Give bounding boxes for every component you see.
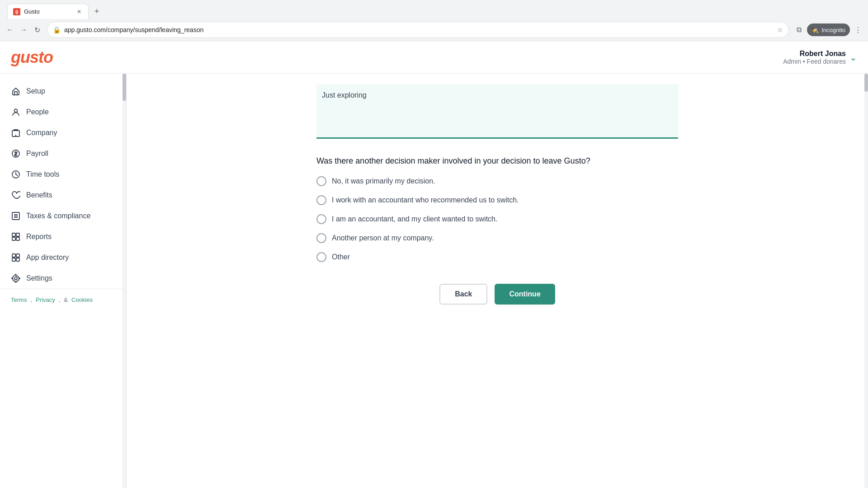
circle-dollar-icon <box>11 149 21 159</box>
browser-chrome: g Gusto ✕ + ← → ↻ 🔒 app.gusto.com/compan… <box>0 0 868 41</box>
back-button[interactable]: Back <box>439 284 487 305</box>
radio-input-5 <box>316 252 326 262</box>
sidebar-item-company[interactable]: Company <box>0 122 126 143</box>
reason-textarea[interactable] <box>316 84 678 139</box>
sidebar-item-benefits[interactable]: Benefits <box>0 185 126 206</box>
sidebar-item-settings[interactable]: Settings <box>0 268 126 289</box>
svg-rect-15 <box>16 233 19 236</box>
forward-button[interactable]: → <box>17 23 30 36</box>
tab-favicon: g <box>13 8 20 15</box>
user-info: Robert Jonas Admin • Feed donares <box>783 50 846 65</box>
address-bar[interactable]: 🔒 app.gusto.com/company/suspend/leaving_… <box>47 22 789 38</box>
sidebar-item-payroll-label: Payroll <box>26 150 48 158</box>
svg-rect-14 <box>12 233 15 236</box>
incognito-icon: 🕵 <box>811 27 819 33</box>
sidebar-item-benefits-label: Benefits <box>26 191 52 199</box>
sidebar-item-people[interactable]: People <box>0 102 126 122</box>
chevron-down-icon: ⌄ <box>849 52 857 63</box>
privacy-link[interactable]: Privacy <box>36 296 55 303</box>
button-row: Back Continue <box>316 284 678 323</box>
tab-bar: g Gusto ✕ + <box>0 0 868 19</box>
footer-and: & <box>64 296 68 303</box>
person-icon <box>11 107 21 117</box>
sidebar-item-taxes-label: Taxes & compliance <box>26 212 90 220</box>
refresh-button[interactable]: ↻ <box>31 23 43 36</box>
cookies-link[interactable]: Cookies <box>71 296 93 303</box>
svg-rect-18 <box>12 258 15 261</box>
svg-rect-21 <box>16 254 19 257</box>
sidebar-item-setup[interactable]: Setup <box>0 81 126 102</box>
sidebar-item-setup-label: Setup <box>26 87 45 95</box>
sidebar-item-reports-label: Reports <box>26 233 52 241</box>
user-role: Admin • Feed donares <box>783 58 846 65</box>
radio-input-2 <box>316 195 326 205</box>
svg-point-22 <box>14 277 17 280</box>
sidebar-item-app-directory-label: App directory <box>26 253 69 262</box>
terms-link[interactable]: Terms <box>11 296 27 303</box>
building-icon <box>11 128 21 138</box>
star-icon: ☆ <box>777 26 783 33</box>
sidebar-item-payroll[interactable]: Payroll <box>0 143 126 164</box>
radio-label-1: No, it was primarily my decision. <box>332 177 435 185</box>
url-text: app.gusto.com/company/suspend/leaving_re… <box>64 26 774 33</box>
list-icon <box>11 211 21 221</box>
sidebar-item-app-directory[interactable]: App directory <box>0 247 126 268</box>
grid-icon <box>11 253 21 263</box>
incognito-label: Incognito <box>821 27 845 33</box>
main-scrollthumb[interactable] <box>864 74 868 92</box>
radio-input-1 <box>316 176 326 186</box>
svg-rect-17 <box>16 237 19 240</box>
sidebar-scrolltrack <box>123 74 126 488</box>
footer-sep1: , <box>30 296 32 303</box>
clock-icon <box>11 169 21 179</box>
tab-close-button[interactable]: ✕ <box>75 8 83 15</box>
radio-option-3[interactable]: I am an accountant, and my client wanted… <box>316 214 678 224</box>
heart-icon <box>11 190 21 200</box>
menu-button[interactable]: ⋮ <box>852 23 864 36</box>
app-header: gusto Robert Jonas Admin • Feed donares … <box>0 41 868 74</box>
question-text: Was there another decision maker involve… <box>316 155 678 167</box>
sidebar-item-people-label: People <box>26 108 49 116</box>
radio-option-4[interactable]: Another person at my company. <box>316 233 678 243</box>
svg-point-0 <box>14 109 18 113</box>
radio-input-4 <box>316 233 326 243</box>
app-body: Setup People <box>0 74 868 488</box>
svg-rect-20 <box>12 254 15 257</box>
radio-option-2[interactable]: I work with an accountant who recommende… <box>316 195 678 205</box>
address-bar-row: ← → ↻ 🔒 app.gusto.com/company/suspend/le… <box>0 19 868 41</box>
radio-option-1[interactable]: No, it was primarily my decision. <box>316 176 678 186</box>
radio-label-5: Other <box>332 253 350 261</box>
sidebar-footer: Terms , Privacy , & Cookies <box>0 289 126 310</box>
sidebar-scrollthumb[interactable] <box>123 74 126 101</box>
lock-icon: 🔒 <box>53 26 61 33</box>
svg-rect-19 <box>16 258 19 261</box>
logo: gusto <box>11 48 53 67</box>
gear-icon <box>11 273 21 283</box>
chart-icon <box>11 232 21 242</box>
tab-title: Gusto <box>24 8 72 15</box>
radio-input-3 <box>316 214 326 224</box>
back-button[interactable]: ← <box>4 23 16 36</box>
sidebar-item-time-tools-label: Time tools <box>26 170 59 178</box>
user-name: Robert Jonas <box>783 50 846 58</box>
user-menu[interactable]: Robert Jonas Admin • Feed donares ⌄ <box>783 50 857 65</box>
sidebar-nav-container: Setup People <box>0 74 127 318</box>
house-icon <box>11 86 21 96</box>
footer-links: Terms , Privacy , & Cookies <box>11 296 115 303</box>
radio-option-5[interactable]: Other <box>316 252 678 262</box>
continue-button[interactable]: Continue <box>495 284 555 305</box>
browser-actions: ⧉ 🕵 Incognito ⋮ <box>793 23 864 36</box>
new-tab-button[interactable]: + <box>90 5 103 18</box>
svg-rect-16 <box>12 237 15 240</box>
sidebar-item-company-label: Company <box>26 129 57 137</box>
browser-tab[interactable]: g Gusto ✕ <box>7 4 89 19</box>
sidebar-item-time-tools[interactable]: Time tools <box>0 164 126 185</box>
radio-label-3: I am an accountant, and my client wanted… <box>332 215 497 223</box>
sidebar-item-taxes[interactable]: Taxes & compliance <box>0 206 126 226</box>
sidebar-item-reports[interactable]: Reports <box>0 226 126 247</box>
form-section: Was there another decision maker involve… <box>316 74 678 333</box>
extensions-button[interactable]: ⧉ <box>793 23 805 36</box>
nav-controls: ← → ↻ <box>4 23 43 36</box>
radio-label-4: Another person at my company. <box>332 234 434 242</box>
question-section: Was there another decision maker involve… <box>316 155 678 262</box>
